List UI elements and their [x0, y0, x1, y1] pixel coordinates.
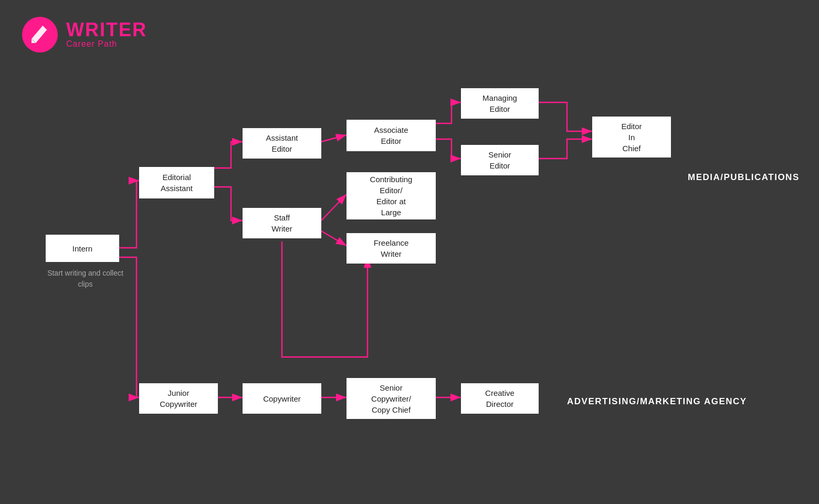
advertising-label: ADVERTISING/MARKETING AGENCY: [567, 396, 747, 407]
node-junior-copywriter: JuniorCopywriter: [139, 383, 218, 414]
svg-line-7: [321, 194, 346, 220]
node-contributing-editor: ContributingEditor/Editor atLarge: [346, 172, 436, 219]
logo-title: WRITER: [66, 20, 147, 39]
node-editor-in-chief: EditorInChief: [592, 117, 671, 158]
node-senior-editor: SeniorEditor: [461, 145, 539, 175]
node-associate-editor: AssociateEditor: [346, 120, 436, 151]
logo: WRITER Career Path: [21, 16, 147, 54]
start-text: Start writing and collect clips: [45, 268, 126, 290]
svg-line-6: [321, 135, 346, 142]
node-copywriter: Copywriter: [243, 383, 321, 414]
node-managing-editor: ManagingEditor: [461, 88, 539, 119]
logo-icon: [21, 16, 59, 54]
node-staff-writer: StaffWriter: [243, 208, 321, 238]
media-label: MEDIA/PUBLICATIONS: [688, 172, 800, 183]
node-freelance-writer: FreelanceWriter: [346, 233, 436, 264]
node-senior-copywriter: SeniorCopywriter/Copy Chief: [346, 378, 436, 419]
node-editorial-assistant: EditorialAssistant: [139, 167, 214, 198]
node-assistant-editor: AssistantEditor: [243, 128, 321, 159]
node-intern: Intern: [46, 235, 119, 262]
logo-text: WRITER Career Path: [66, 20, 147, 49]
node-creative-director: CreativeDirector: [461, 383, 539, 414]
svg-line-8: [321, 231, 346, 246]
logo-subtitle: Career Path: [66, 39, 147, 49]
